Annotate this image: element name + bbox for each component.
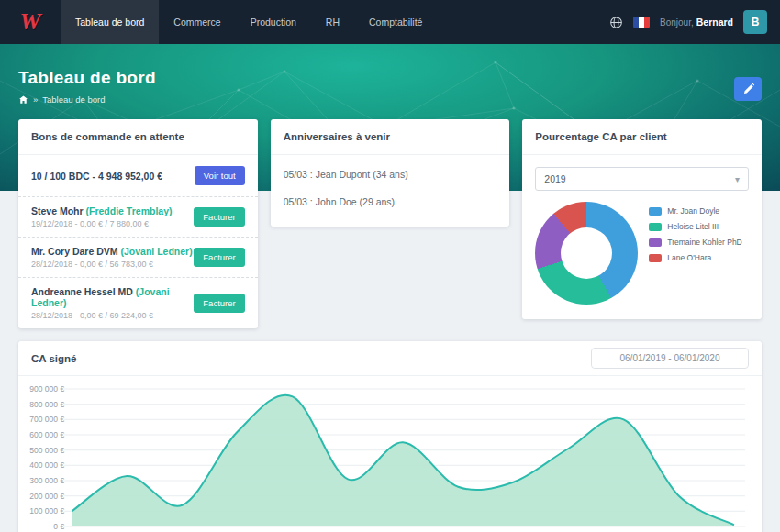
- ca-card-header: CA signé: [18, 341, 762, 376]
- breadcrumb: » Tableau de bord: [18, 94, 762, 105]
- birthday-item: 05/03 : Jean Dupont (34 ans): [271, 161, 510, 188]
- home-icon[interactable]: [18, 94, 28, 105]
- order-row: Andreanne Hessel MD (Jovani Ledner) 28/1…: [18, 277, 258, 328]
- client-share-card: Pourcentage CA par client 2019 ▾ Mr. Joa…: [522, 119, 762, 319]
- order-row: Mr. Cory Dare DVM (Jovani Ledner) 28/12/…: [18, 237, 258, 277]
- order-name-text: Andreanne Hessel MD: [31, 286, 133, 297]
- legend-label: Tremaine Kohler PhD: [667, 238, 741, 247]
- french-flag-icon[interactable]: [633, 17, 650, 28]
- user-name: Bernard: [696, 17, 733, 28]
- app-logo[interactable]: W: [0, 0, 61, 44]
- year-select[interactable]: 2019 ▾: [535, 167, 749, 191]
- breadcrumb-separator: »: [33, 94, 38, 105]
- legend-swatch: [649, 254, 662, 262]
- chevron-down-icon: ▾: [735, 174, 740, 184]
- nav-item-production[interactable]: Production: [236, 0, 311, 44]
- legend-label: Heloise Litel III: [667, 222, 719, 231]
- svg-text:800 000 €: 800 000 €: [29, 400, 64, 409]
- orders-summary-text: 10 / 100 BDC - 4 948 952,00 €: [31, 171, 162, 182]
- donut-chart: [535, 202, 638, 305]
- nav-item-tableau-de-bord[interactable]: Tableau de bord: [61, 0, 159, 44]
- order-info: Mr. Cory Dare DVM (Jovani Ledner) 28/12/…: [31, 246, 193, 269]
- svg-text:900 000 €: 900 000 €: [29, 384, 64, 393]
- svg-text:400 000 €: 400 000 €: [29, 460, 64, 470]
- order-detail-text: 28/12/2018 - 0,00 € / 56 783,00 €: [31, 260, 193, 269]
- greeting-prefix: Bonjour,: [660, 17, 694, 28]
- pending-orders-card: Bons de commande en attente 10 / 100 BDC…: [18, 119, 258, 328]
- navbar: W Tableau de bord Commerce Production RH…: [0, 0, 780, 44]
- pending-orders-title: Bons de commande en attente: [18, 119, 258, 155]
- order-detail-text: 19/12/2018 - 0,00 € / 7 880,00 €: [31, 219, 172, 228]
- view-all-button[interactable]: Voir tout: [195, 166, 245, 185]
- birthday-item: 05/03 : John Doe (29 ans): [271, 188, 510, 216]
- ca-area-chart: 900 000 €800 000 €700 000 €600 000 €500 …: [22, 383, 752, 532]
- order-client-name: Steve Mohr (Freddie Tremblay): [31, 205, 172, 216]
- legend-label: Mr. Joan Doyle: [667, 206, 719, 216]
- order-contact-link[interactable]: (Jovani Ledner): [120, 246, 192, 257]
- invoice-button[interactable]: Facturer: [194, 207, 244, 227]
- birthdays-list: 05/03 : Jean Dupont (34 ans) 05/03 : Joh…: [271, 155, 510, 227]
- order-client-name: Mr. Cory Dare DVM (Jovani Ledner): [31, 246, 193, 257]
- navbar-right: Bonjour,Bernard B: [609, 10, 780, 34]
- ca-signed-card: CA signé 900 000 €800 000 €700 000 €600 …: [18, 341, 762, 532]
- user-avatar[interactable]: B: [743, 10, 767, 34]
- order-name-text: Steve Mohr: [31, 205, 84, 216]
- legend-swatch: [649, 238, 662, 247]
- greeting-text: Bonjour,Bernard: [660, 17, 733, 28]
- pencil-icon: [742, 83, 754, 95]
- edit-button[interactable]: [734, 77, 762, 101]
- date-range-input[interactable]: [591, 348, 749, 369]
- ca-card-title: CA signé: [31, 353, 76, 364]
- globe-icon[interactable]: [609, 16, 623, 29]
- donut-chart-area: Mr. Joan Doyle Heloise Litel III Tremain…: [522, 200, 762, 319]
- svg-text:500 000 €: 500 000 €: [29, 446, 64, 455]
- svg-text:600 000 €: 600 000 €: [29, 430, 64, 439]
- orders-summary-row: 10 / 100 BDC - 4 948 952,00 € Voir tout: [18, 155, 258, 196]
- ca-chart-area: 900 000 €800 000 €700 000 €600 000 €500 …: [18, 376, 762, 532]
- order-row: Steve Mohr (Freddie Tremblay) 19/12/2018…: [18, 196, 258, 237]
- client-share-title: Pourcentage CA par client: [522, 119, 762, 155]
- svg-text:700 000 €: 700 000 €: [29, 415, 64, 424]
- legend-item: Heloise Litel III: [649, 222, 741, 231]
- invoice-button[interactable]: Facturer: [194, 248, 244, 267]
- order-detail-text: 28/12/2018 - 0,00 € / 69 224,00 €: [31, 311, 194, 320]
- order-client-name: Andreanne Hessel MD (Jovani Ledner): [31, 286, 194, 308]
- legend-item: Tremaine Kohler PhD: [649, 238, 741, 247]
- nav-item-comptabilite[interactable]: Comptabilité: [354, 0, 437, 44]
- order-contact-link[interactable]: (Freddie Tremblay): [86, 205, 173, 216]
- breadcrumb-current: Tableau de bord: [42, 94, 105, 105]
- page-title: Tableau de bord: [18, 68, 762, 88]
- svg-text:300 000 €: 300 000 €: [29, 476, 64, 485]
- birthdays-card: Anniversaires à venir 05/03 : Jean Dupon…: [271, 119, 510, 227]
- year-select-value: 2019: [544, 173, 565, 184]
- svg-text:100 000 €: 100 000 €: [29, 506, 64, 515]
- order-info: Steve Mohr (Freddie Tremblay) 19/12/2018…: [31, 205, 172, 228]
- legend-label: Lane O'Hara: [667, 253, 711, 262]
- invoice-button[interactable]: Facturer: [194, 294, 244, 313]
- cards-row: Bons de commande en attente 10 / 100 BDC…: [18, 119, 762, 328]
- main-content: Bons de commande en attente 10 / 100 BDC…: [0, 119, 780, 532]
- legend-swatch: [649, 223, 662, 231]
- order-name-text: Mr. Cory Dare DVM: [31, 246, 118, 257]
- donut-legend: Mr. Joan Doyle Heloise Litel III Tremain…: [649, 202, 741, 269]
- svg-text:0 €: 0 €: [53, 522, 64, 531]
- order-info: Andreanne Hessel MD (Jovani Ledner) 28/1…: [31, 286, 194, 320]
- main-nav: Tableau de bord Commerce Production RH C…: [61, 0, 437, 44]
- legend-item: Mr. Joan Doyle: [649, 206, 741, 216]
- svg-text:200 000 €: 200 000 €: [29, 492, 64, 501]
- legend-item: Lane O'Hara: [649, 253, 741, 262]
- nav-item-commerce[interactable]: Commerce: [159, 0, 235, 44]
- nav-item-rh[interactable]: RH: [311, 0, 354, 44]
- birthdays-title: Anniversaires à venir: [271, 119, 510, 155]
- legend-swatch: [649, 207, 662, 216]
